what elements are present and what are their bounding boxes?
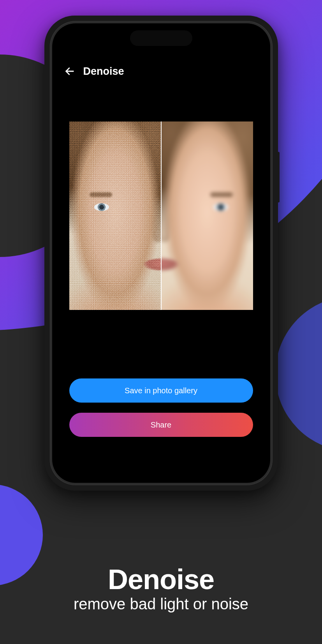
phone-volume-down-button bbox=[43, 183, 45, 218]
phone-screen: Denoise bbox=[52, 23, 270, 483]
promo-subtitle: remove bad light or noise bbox=[0, 595, 322, 613]
action-buttons: Save in photo gallery Share bbox=[69, 378, 253, 437]
save-button[interactable]: Save in photo gallery bbox=[69, 378, 253, 403]
phone-bezel: Denoise bbox=[50, 21, 273, 485]
promo-title: Denoise bbox=[0, 565, 322, 595]
app-header: Denoise bbox=[52, 62, 270, 81]
dynamic-island bbox=[130, 30, 192, 46]
promo-text-block: Denoise remove bad light or noise bbox=[0, 565, 322, 613]
share-button[interactable]: Share bbox=[69, 413, 253, 437]
back-button[interactable] bbox=[62, 63, 78, 79]
bg-blue-circle-right bbox=[275, 296, 322, 452]
before-image-noisy bbox=[69, 121, 161, 310]
before-after-image[interactable] bbox=[69, 121, 253, 310]
phone-power-button bbox=[277, 152, 280, 202]
promo-background: Denoise bbox=[0, 0, 322, 644]
compare-divider[interactable] bbox=[161, 121, 162, 310]
after-image-denoised bbox=[161, 121, 253, 310]
phone-volume-up-button bbox=[43, 140, 45, 175]
phone-side-button bbox=[43, 113, 45, 129]
page-title: Denoise bbox=[83, 65, 124, 77]
arrow-left-icon bbox=[64, 66, 75, 77]
phone-frame: Denoise bbox=[44, 16, 278, 491]
